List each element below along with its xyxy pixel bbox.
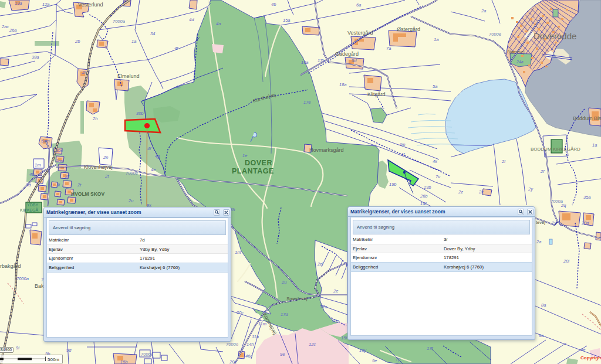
svg-text:2t: 2t <box>104 174 109 179</box>
svg-text:23b: 23b <box>423 185 431 190</box>
svg-text:1a: 1a <box>434 37 438 42</box>
svg-text:3y: 3y <box>65 174 70 179</box>
svg-text:4f: 4f <box>401 152 405 157</box>
svg-text:17f: 17f <box>427 346 433 351</box>
svg-text:BODDUM KIRKEGÅRD: BODDUM KIRKEGÅRD <box>531 147 580 152</box>
svg-text:2n: 2n <box>103 155 108 160</box>
svg-text:7000n: 7000n <box>226 342 238 347</box>
svg-text:2d: 2d <box>317 261 323 267</box>
svg-text:18a: 18a <box>339 82 347 87</box>
svg-text:PLANTAGE: PLANTAGE <box>232 167 274 175</box>
svg-text:Bjørnevej: Bjørnevej <box>507 50 525 55</box>
svg-text:9e: 9e <box>372 358 377 363</box>
svg-text:8a: 8a <box>541 302 546 308</box>
svg-text:2b: 2b <box>75 39 80 44</box>
svg-text:Elmelund: Elmelund <box>117 73 140 79</box>
svg-text:2z: 2z <box>458 189 463 195</box>
svg-text:3be: 3be <box>56 148 63 153</box>
svg-text:4e: 4e <box>151 167 156 172</box>
svg-text:12a: 12a <box>42 2 50 7</box>
svg-text:2i: 2i <box>82 70 86 75</box>
svg-text:Boddum Bis: Boddum Bis <box>573 115 601 121</box>
svg-text:Østergård: Østergård <box>397 26 420 32</box>
svg-text:Klovenhøjvej: Klovenhøjvej <box>84 164 113 170</box>
svg-text:2u: 2u <box>281 280 287 285</box>
svg-text:9a: 9a <box>539 333 543 338</box>
svg-text:12c: 12c <box>309 342 316 347</box>
svg-text:14f: 14f <box>420 201 427 206</box>
svg-text:20e: 20e <box>229 359 237 364</box>
svg-text:6e: 6e <box>580 347 585 352</box>
svg-text:16y: 16y <box>359 348 367 353</box>
svg-text:7000a: 7000a <box>551 199 563 204</box>
svg-text:18e: 18e <box>332 318 339 324</box>
svg-text:30b: 30b <box>136 111 144 116</box>
svg-text:tevej: tevej <box>536 220 545 225</box>
svg-text:2e: 2e <box>333 288 338 294</box>
svg-text:2x: 2x <box>551 220 556 226</box>
svg-text:5am: 5am <box>41 138 50 144</box>
svg-text:20d: 20d <box>581 220 589 226</box>
svg-text:1e: 1e <box>242 153 247 158</box>
svg-text:1m: 1m <box>35 162 40 168</box>
svg-text:11b: 11b <box>252 334 259 339</box>
svg-text:17b: 17b <box>318 58 325 63</box>
svg-text:6a: 6a <box>356 2 361 8</box>
svg-text:Hovmarksgård: Hovmarksgård <box>309 147 344 153</box>
svg-text:35a: 35a <box>583 195 591 200</box>
svg-text:9e: 9e <box>280 352 285 357</box>
svg-text:34: 34 <box>150 31 155 36</box>
svg-text:2k: 2k <box>478 189 484 195</box>
svg-text:1m: 1m <box>235 250 241 255</box>
svg-text:15a: 15a <box>283 18 291 23</box>
svg-text:Gadegård: Gadegård <box>335 51 359 57</box>
svg-text:20c: 20c <box>236 310 244 315</box>
svg-text:2l: 2l <box>501 159 505 164</box>
svg-text:38a: 38a <box>32 55 39 60</box>
svg-text:7000e: 7000e <box>141 352 153 357</box>
svg-text:17e: 17e <box>303 100 311 105</box>
svg-text:2u: 2u <box>128 198 134 203</box>
svg-text:1a: 1a <box>131 39 136 44</box>
svg-text:4g: 4g <box>155 154 160 159</box>
svg-text:9i: 9i <box>16 345 19 351</box>
svg-text:3au: 3au <box>56 158 63 164</box>
svg-text:26b: 26b <box>420 193 428 199</box>
svg-text:YDBY: YDBY <box>27 203 38 207</box>
svg-text:46c: 46c <box>245 353 252 359</box>
svg-text:16a: 16a <box>301 60 309 65</box>
svg-text:2a: 2a <box>481 8 486 13</box>
svg-text:2ac: 2ac <box>1 24 9 29</box>
svg-text:rbakgård: rbakgård <box>0 263 21 269</box>
svg-text:2a: 2a <box>536 239 541 244</box>
svg-text:7000e: 7000e <box>126 171 138 176</box>
svg-text:2f: 2f <box>540 169 545 174</box>
svg-text:Smedevej: Smedevej <box>286 296 308 301</box>
svg-text:4b: 4b <box>271 2 276 7</box>
svg-text:17e: 17e <box>320 304 327 309</box>
svg-text:2t: 2t <box>77 182 82 188</box>
svg-text:Vesterlund: Vesterlund <box>78 2 103 8</box>
svg-text:500m: 500m <box>48 357 59 362</box>
svg-text:17d: 17d <box>281 312 288 317</box>
svg-text:15b: 15b <box>120 359 128 364</box>
svg-text:Vestergård: Vestergård <box>347 30 373 36</box>
svg-text:1a: 1a <box>592 142 597 148</box>
svg-text:4k: 4k <box>433 159 438 164</box>
svg-text:4m: 4m <box>399 142 405 147</box>
svg-text:9d: 9d <box>66 348 72 353</box>
svg-text:3d: 3d <box>26 182 31 188</box>
svg-text:5d: 5d <box>352 58 357 63</box>
svg-text:Doverodde: Doverodde <box>534 31 576 41</box>
svg-text:7000a: 7000a <box>113 19 125 24</box>
svg-text:11m: 11m <box>258 321 266 326</box>
svg-text:7v: 7v <box>435 174 441 179</box>
svg-text:15i: 15i <box>341 335 347 341</box>
svg-text:HVOLM SKOV: HVOLM SKOV <box>71 191 104 197</box>
svg-text:4f: 4f <box>174 46 178 51</box>
svg-text:7000a: 7000a <box>16 276 29 281</box>
svg-text:7p: 7p <box>396 356 400 362</box>
svg-text:20l: 20l <box>563 258 569 264</box>
svg-text:26a: 26a <box>9 28 17 33</box>
svg-text:KIRKEGÅ: KIRKEGÅ <box>20 207 38 212</box>
